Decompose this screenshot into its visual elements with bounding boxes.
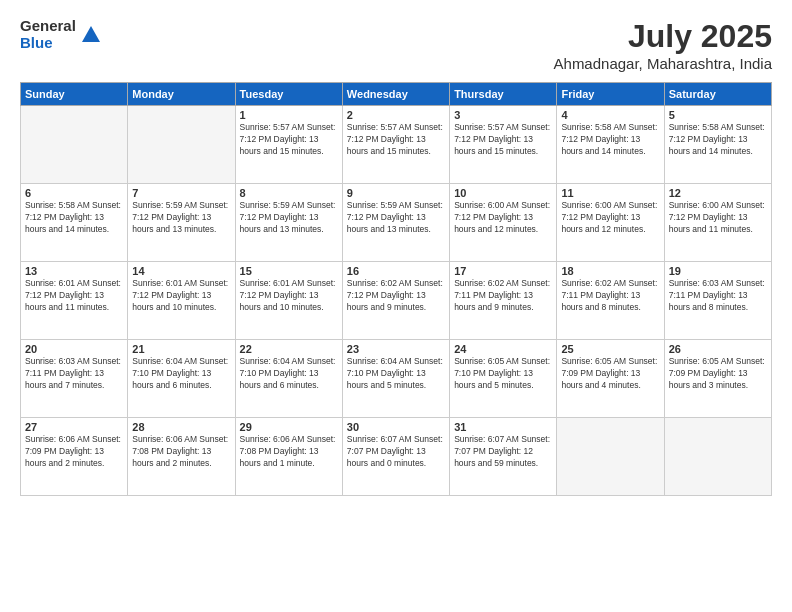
day-cell: 26Sunrise: 6:05 AM Sunset: 7:09 PM Dayli… bbox=[664, 340, 771, 418]
header: General Blue July 2025 Ahmadnagar, Mahar… bbox=[20, 18, 772, 72]
day-cell: 16Sunrise: 6:02 AM Sunset: 7:12 PM Dayli… bbox=[342, 262, 449, 340]
day-info: Sunrise: 5:57 AM Sunset: 7:12 PM Dayligh… bbox=[454, 122, 552, 158]
logo: General Blue bbox=[20, 18, 102, 51]
day-cell: 6Sunrise: 5:58 AM Sunset: 7:12 PM Daylig… bbox=[21, 184, 128, 262]
day-cell: 12Sunrise: 6:00 AM Sunset: 7:12 PM Dayli… bbox=[664, 184, 771, 262]
day-cell: 20Sunrise: 6:03 AM Sunset: 7:11 PM Dayli… bbox=[21, 340, 128, 418]
week-row-4: 27Sunrise: 6:06 AM Sunset: 7:09 PM Dayli… bbox=[21, 418, 772, 496]
day-info: Sunrise: 6:07 AM Sunset: 7:07 PM Dayligh… bbox=[454, 434, 552, 470]
day-cell: 30Sunrise: 6:07 AM Sunset: 7:07 PM Dayli… bbox=[342, 418, 449, 496]
day-cell: 13Sunrise: 6:01 AM Sunset: 7:12 PM Dayli… bbox=[21, 262, 128, 340]
col-thursday: Thursday bbox=[450, 83, 557, 106]
day-info: Sunrise: 5:57 AM Sunset: 7:12 PM Dayligh… bbox=[240, 122, 338, 158]
day-number: 6 bbox=[25, 187, 123, 199]
col-sunday: Sunday bbox=[21, 83, 128, 106]
col-friday: Friday bbox=[557, 83, 664, 106]
day-info: Sunrise: 5:57 AM Sunset: 7:12 PM Dayligh… bbox=[347, 122, 445, 158]
calendar-page: General Blue July 2025 Ahmadnagar, Mahar… bbox=[0, 0, 792, 612]
day-number: 2 bbox=[347, 109, 445, 121]
day-cell: 7Sunrise: 5:59 AM Sunset: 7:12 PM Daylig… bbox=[128, 184, 235, 262]
day-number: 21 bbox=[132, 343, 230, 355]
day-number: 29 bbox=[240, 421, 338, 433]
day-info: Sunrise: 6:04 AM Sunset: 7:10 PM Dayligh… bbox=[347, 356, 445, 392]
day-cell: 19Sunrise: 6:03 AM Sunset: 7:11 PM Dayli… bbox=[664, 262, 771, 340]
day-cell: 28Sunrise: 6:06 AM Sunset: 7:08 PM Dayli… bbox=[128, 418, 235, 496]
day-info: Sunrise: 6:02 AM Sunset: 7:11 PM Dayligh… bbox=[454, 278, 552, 314]
col-monday: Monday bbox=[128, 83, 235, 106]
day-number: 25 bbox=[561, 343, 659, 355]
week-row-3: 20Sunrise: 6:03 AM Sunset: 7:11 PM Dayli… bbox=[21, 340, 772, 418]
day-info: Sunrise: 6:07 AM Sunset: 7:07 PM Dayligh… bbox=[347, 434, 445, 470]
day-number: 10 bbox=[454, 187, 552, 199]
day-cell: 2Sunrise: 5:57 AM Sunset: 7:12 PM Daylig… bbox=[342, 106, 449, 184]
day-cell: 1Sunrise: 5:57 AM Sunset: 7:12 PM Daylig… bbox=[235, 106, 342, 184]
header-row: Sunday Monday Tuesday Wednesday Thursday… bbox=[21, 83, 772, 106]
day-number: 1 bbox=[240, 109, 338, 121]
day-number: 19 bbox=[669, 265, 767, 277]
day-number: 3 bbox=[454, 109, 552, 121]
day-info: Sunrise: 6:00 AM Sunset: 7:12 PM Dayligh… bbox=[561, 200, 659, 236]
day-info: Sunrise: 5:58 AM Sunset: 7:12 PM Dayligh… bbox=[561, 122, 659, 158]
calendar-subtitle: Ahmadnagar, Maharashtra, India bbox=[554, 55, 772, 72]
day-cell: 27Sunrise: 6:06 AM Sunset: 7:09 PM Dayli… bbox=[21, 418, 128, 496]
day-number: 14 bbox=[132, 265, 230, 277]
day-info: Sunrise: 6:01 AM Sunset: 7:12 PM Dayligh… bbox=[132, 278, 230, 314]
day-number: 23 bbox=[347, 343, 445, 355]
day-cell: 22Sunrise: 6:04 AM Sunset: 7:10 PM Dayli… bbox=[235, 340, 342, 418]
day-cell: 8Sunrise: 5:59 AM Sunset: 7:12 PM Daylig… bbox=[235, 184, 342, 262]
day-cell bbox=[21, 106, 128, 184]
day-cell: 11Sunrise: 6:00 AM Sunset: 7:12 PM Dayli… bbox=[557, 184, 664, 262]
day-cell: 15Sunrise: 6:01 AM Sunset: 7:12 PM Dayli… bbox=[235, 262, 342, 340]
day-cell: 17Sunrise: 6:02 AM Sunset: 7:11 PM Dayli… bbox=[450, 262, 557, 340]
day-cell: 24Sunrise: 6:05 AM Sunset: 7:10 PM Dayli… bbox=[450, 340, 557, 418]
day-cell: 3Sunrise: 5:57 AM Sunset: 7:12 PM Daylig… bbox=[450, 106, 557, 184]
day-info: Sunrise: 5:59 AM Sunset: 7:12 PM Dayligh… bbox=[132, 200, 230, 236]
col-tuesday: Tuesday bbox=[235, 83, 342, 106]
day-info: Sunrise: 6:03 AM Sunset: 7:11 PM Dayligh… bbox=[25, 356, 123, 392]
day-number: 16 bbox=[347, 265, 445, 277]
day-number: 4 bbox=[561, 109, 659, 121]
week-row-0: 1Sunrise: 5:57 AM Sunset: 7:12 PM Daylig… bbox=[21, 106, 772, 184]
logo-icon bbox=[80, 24, 102, 46]
day-number: 5 bbox=[669, 109, 767, 121]
day-info: Sunrise: 6:04 AM Sunset: 7:10 PM Dayligh… bbox=[132, 356, 230, 392]
calendar-title: July 2025 bbox=[554, 18, 772, 55]
day-cell: 21Sunrise: 6:04 AM Sunset: 7:10 PM Dayli… bbox=[128, 340, 235, 418]
day-number: 31 bbox=[454, 421, 552, 433]
day-info: Sunrise: 6:01 AM Sunset: 7:12 PM Dayligh… bbox=[240, 278, 338, 314]
svg-marker-0 bbox=[82, 26, 100, 42]
day-info: Sunrise: 5:59 AM Sunset: 7:12 PM Dayligh… bbox=[240, 200, 338, 236]
day-cell bbox=[557, 418, 664, 496]
day-number: 11 bbox=[561, 187, 659, 199]
day-number: 7 bbox=[132, 187, 230, 199]
day-number: 20 bbox=[25, 343, 123, 355]
day-cell bbox=[128, 106, 235, 184]
logo-blue: Blue bbox=[20, 35, 76, 52]
day-cell: 4Sunrise: 5:58 AM Sunset: 7:12 PM Daylig… bbox=[557, 106, 664, 184]
day-cell: 31Sunrise: 6:07 AM Sunset: 7:07 PM Dayli… bbox=[450, 418, 557, 496]
day-info: Sunrise: 5:58 AM Sunset: 7:12 PM Dayligh… bbox=[669, 122, 767, 158]
day-number: 12 bbox=[669, 187, 767, 199]
day-number: 15 bbox=[240, 265, 338, 277]
day-info: Sunrise: 6:05 AM Sunset: 7:09 PM Dayligh… bbox=[669, 356, 767, 392]
day-number: 30 bbox=[347, 421, 445, 433]
day-cell: 25Sunrise: 6:05 AM Sunset: 7:09 PM Dayli… bbox=[557, 340, 664, 418]
day-info: Sunrise: 6:03 AM Sunset: 7:11 PM Dayligh… bbox=[669, 278, 767, 314]
col-wednesday: Wednesday bbox=[342, 83, 449, 106]
day-info: Sunrise: 5:59 AM Sunset: 7:12 PM Dayligh… bbox=[347, 200, 445, 236]
day-cell: 29Sunrise: 6:06 AM Sunset: 7:08 PM Dayli… bbox=[235, 418, 342, 496]
day-number: 24 bbox=[454, 343, 552, 355]
day-cell: 18Sunrise: 6:02 AM Sunset: 7:11 PM Dayli… bbox=[557, 262, 664, 340]
day-number: 13 bbox=[25, 265, 123, 277]
day-info: Sunrise: 6:04 AM Sunset: 7:10 PM Dayligh… bbox=[240, 356, 338, 392]
day-number: 17 bbox=[454, 265, 552, 277]
day-info: Sunrise: 6:06 AM Sunset: 7:09 PM Dayligh… bbox=[25, 434, 123, 470]
day-number: 9 bbox=[347, 187, 445, 199]
day-cell bbox=[664, 418, 771, 496]
logo-general: General bbox=[20, 18, 76, 35]
day-info: Sunrise: 6:00 AM Sunset: 7:12 PM Dayligh… bbox=[669, 200, 767, 236]
day-cell: 5Sunrise: 5:58 AM Sunset: 7:12 PM Daylig… bbox=[664, 106, 771, 184]
day-info: Sunrise: 6:02 AM Sunset: 7:11 PM Dayligh… bbox=[561, 278, 659, 314]
day-number: 27 bbox=[25, 421, 123, 433]
day-info: Sunrise: 6:01 AM Sunset: 7:12 PM Dayligh… bbox=[25, 278, 123, 314]
